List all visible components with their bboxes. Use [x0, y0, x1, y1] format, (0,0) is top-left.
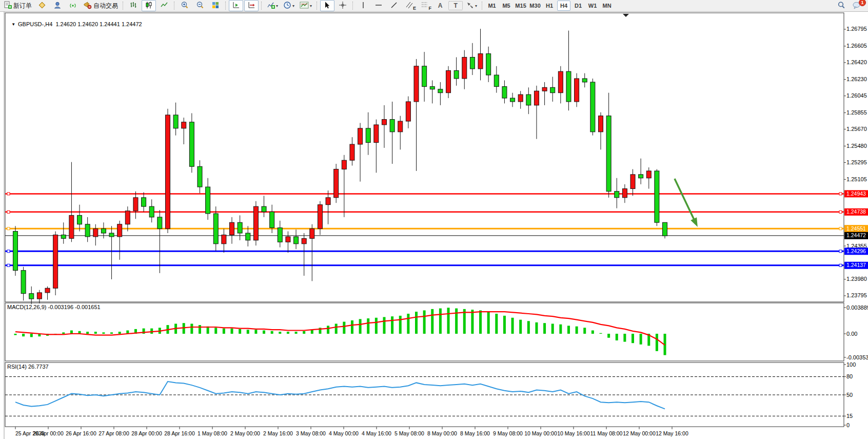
signal-button[interactable] — [66, 0, 80, 11]
macd-indicator-label: MACD(12,26,9) -0.003196 -0.001651 — [7, 304, 101, 310]
notifications-button[interactable]: 1 — [850, 0, 864, 11]
template-icon — [300, 1, 309, 11]
profile-button[interactable] — [50, 0, 65, 11]
auto-scroll-button[interactable] — [229, 0, 243, 11]
text-label-button[interactable]: T — [448, 1, 463, 10]
search-button[interactable] — [834, 0, 849, 11]
line-handle[interactable] — [7, 211, 10, 213]
zoom-out-icon — [196, 1, 204, 11]
zoom-in-button[interactable] — [177, 0, 192, 11]
macd-histogram-bar — [471, 310, 474, 334]
candle — [646, 171, 651, 178]
equidistant-channel-button[interactable]: E — [402, 0, 417, 11]
candle — [93, 228, 98, 237]
vertical-line-button[interactable] — [356, 0, 370, 11]
trendline-button[interactable] — [387, 0, 401, 11]
timeframe-m15-button[interactable]: M15 — [514, 1, 527, 11]
time-axis-label: 3 May 08:00 — [296, 430, 326, 436]
candle — [117, 224, 122, 237]
line-handle[interactable] — [7, 227, 10, 230]
time-axis-label: 12 May 00:00 — [623, 430, 656, 436]
macd-histogram-bar — [632, 334, 634, 343]
line-chart-button[interactable] — [157, 0, 171, 11]
chart-ohlc-values: 1.24620 1.24620 1.24441 1.24472 — [55, 21, 142, 27]
candle — [486, 54, 491, 75]
line-handle[interactable] — [839, 264, 842, 266]
candlestick-chart-button[interactable] — [142, 0, 156, 11]
arrows-button[interactable]: ▾ — [464, 0, 479, 11]
line-handle[interactable] — [839, 211, 842, 213]
horizontal-line-button[interactable] — [371, 0, 386, 11]
chevron-down-icon: ▾ — [292, 4, 294, 8]
timeframe-mn-button[interactable]: MN — [600, 1, 614, 11]
macd-histogram-bar — [86, 332, 89, 334]
toolbar-separator — [225, 2, 226, 10]
candle — [125, 211, 130, 224]
macd-histogram-bar — [431, 309, 433, 334]
chart-shift-button[interactable] — [244, 0, 259, 11]
line-handle[interactable] — [7, 193, 10, 195]
macd-histogram-bar — [359, 319, 362, 334]
candle — [534, 91, 539, 105]
indicators-button[interactable]: ▾ — [265, 0, 280, 11]
time-axis-label: 4 May 00:00 — [329, 430, 359, 436]
bar-chart-button[interactable] — [126, 0, 141, 11]
candle — [446, 70, 451, 92]
macd-histogram-bar — [535, 322, 538, 334]
symbol-dropdown-icon[interactable]: ▼ — [11, 22, 15, 27]
candle — [366, 128, 370, 143]
macd-histogram-bar — [383, 317, 385, 334]
auto-trading-icon — [83, 1, 92, 11]
gold-ingot-icon — [38, 1, 46, 11]
macd-histogram-bar — [30, 334, 33, 337]
crosshair-button[interactable] — [336, 0, 350, 11]
candle — [639, 175, 643, 178]
timeframe-d1-button[interactable]: D1 — [571, 1, 585, 11]
auto-trading-label: 自动交易 — [93, 2, 118, 10]
candle — [342, 160, 346, 169]
gold-ingot-button[interactable] — [35, 0, 49, 11]
tile-windows-button[interactable] — [208, 0, 223, 11]
timeframe-m5-button[interactable]: M5 — [500, 1, 513, 11]
candle — [358, 128, 363, 144]
timeframe-m30-button[interactable]: M30 — [528, 1, 542, 11]
macd-histogram-bar — [576, 327, 578, 334]
auto-trading-button[interactable]: 自动交易 — [81, 0, 120, 11]
new-order-button[interactable]: 新订单 — [2, 0, 34, 11]
profile-icon — [53, 1, 62, 11]
candle — [286, 237, 290, 242]
line-handle[interactable] — [839, 227, 842, 230]
macd-histogram-bar — [199, 325, 201, 334]
line-handle[interactable] — [7, 264, 10, 266]
candle — [350, 144, 354, 160]
timeframe-w1-button[interactable]: W1 — [586, 1, 599, 11]
chart-shift-icon — [247, 1, 255, 11]
time-axis-label: 4 May 16:00 — [362, 430, 391, 436]
cursor-button[interactable] — [320, 0, 334, 11]
fibonacci-button[interactable]: F — [418, 0, 432, 11]
templates-button[interactable]: ▾ — [298, 0, 314, 11]
time-axis-label: 27 Apr 08:00 — [98, 430, 129, 436]
line-handle[interactable] — [839, 250, 842, 253]
periods-button[interactable]: ▾ — [281, 0, 297, 11]
candle — [270, 212, 274, 228]
price-line-badge-label: 1.24137 — [846, 262, 866, 268]
candle — [302, 238, 306, 243]
price-line-badge-label: 1.24296 — [846, 248, 866, 254]
candle — [29, 294, 34, 299]
macd-histogram-bar — [279, 332, 281, 334]
timeframe-h4-button[interactable]: H4 — [557, 1, 570, 11]
line-handle[interactable] — [7, 250, 10, 253]
text-button[interactable]: A — [433, 0, 447, 11]
timeframe-h1-button[interactable]: H1 — [543, 1, 556, 11]
chart-canvas[interactable]: 1.267951.266051.264201.262301.260451.258… — [0, 0, 868, 439]
zoom-out-button[interactable] — [193, 0, 207, 11]
chart-title: ▼GBPUSD-,H4 1.24620 1.24620 1.24441 1.24… — [8, 15, 142, 27]
candle — [454, 70, 459, 79]
candle — [510, 98, 515, 102]
timeframe-m1-button[interactable]: M1 — [485, 1, 499, 11]
toolbar-separator — [317, 2, 318, 10]
line-handle[interactable] — [839, 193, 842, 195]
candle — [278, 228, 282, 242]
macd-histogram-bar — [407, 314, 409, 334]
